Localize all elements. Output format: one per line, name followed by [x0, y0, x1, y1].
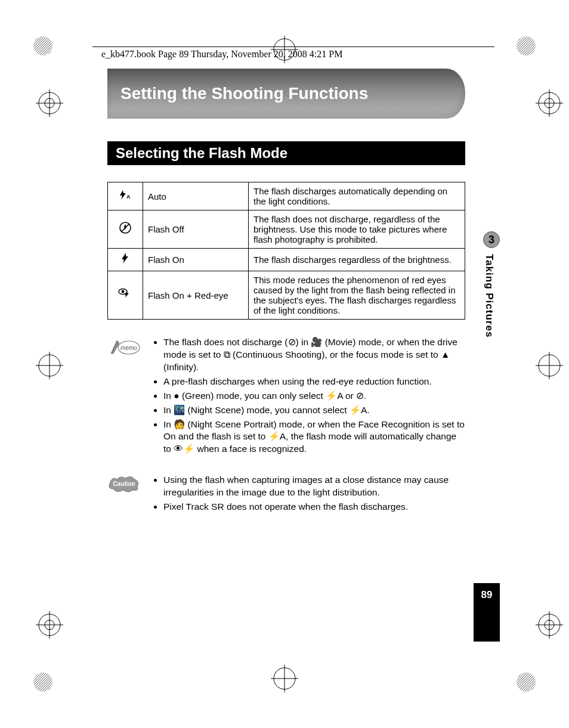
flash-redeye-icon	[108, 271, 143, 320]
page-number: 89	[474, 583, 500, 642]
flash-mode-table: A Auto The flash discharges automaticall…	[107, 182, 465, 320]
chapter-heading: Setting the Shooting Functions	[107, 69, 465, 119]
mode-name: Flash On	[143, 249, 249, 271]
register-mark-icon	[271, 665, 298, 692]
svg-point-36	[122, 290, 125, 293]
svg-point-0	[33, 36, 52, 55]
chapter-title: Setting the Shooting Functions	[120, 84, 368, 103]
header-rule	[92, 47, 494, 47]
section-title: Selecting the Flash Mode	[116, 145, 287, 161]
svg-text:memo: memo	[120, 345, 137, 351]
table-row: A Auto The flash discharges automaticall…	[108, 182, 465, 210]
table-row: Flash On + Red-eye This mode reduces the…	[108, 271, 465, 320]
mode-name: Auto	[143, 182, 249, 210]
memo-icon: memo	[107, 336, 141, 355]
flash-off-icon	[108, 210, 143, 249]
list-item: A pre-flash discharges when using the re…	[163, 376, 465, 388]
side-tab-label: Taking Pictures	[483, 254, 495, 337]
register-mark-icon	[536, 611, 563, 639]
register-mark-icon	[536, 89, 563, 117]
flash-auto-icon: A	[108, 182, 143, 210]
list-item: The flash does not discharge (⊘) in 🎥 (M…	[163, 336, 465, 374]
list-item: In 🌃 (Night Scene) mode, you cannot sele…	[163, 404, 465, 417]
flash-on-icon	[108, 249, 143, 271]
register-mark-icon	[536, 352, 563, 379]
list-item: In 🧑 (Night Scene Portrait) mode, or whe…	[163, 419, 465, 456]
section-heading: Selecting the Flash Mode	[107, 141, 465, 165]
memo-list: The flash does not discharge (⊘) in 🎥 (M…	[151, 336, 465, 457]
list-item: Using the flash when capturing images at…	[163, 474, 465, 499]
mode-name: Flash Off	[143, 210, 249, 249]
register-mark-icon	[36, 89, 63, 117]
mode-desc: This mode reduces the phenomenon of red …	[249, 271, 465, 320]
svg-point-3	[517, 673, 536, 692]
caution-list: Using the flash when capturing images at…	[151, 474, 465, 515]
svg-point-1	[517, 36, 536, 55]
crop-mark-icon	[33, 672, 53, 692]
mode-desc: The flash does not discharge, regardless…	[249, 210, 465, 249]
side-tab: 3 Taking Pictures	[483, 231, 500, 337]
crop-mark-icon	[516, 36, 536, 56]
crop-mark-icon	[516, 672, 536, 692]
running-header: e_kb477.book Page 89 Thursday, November …	[101, 49, 342, 60]
svg-text:A: A	[126, 194, 131, 200]
table-row: Flash On The flash discharges regardless…	[108, 249, 465, 271]
mode-desc: The flash discharges automatically depen…	[249, 182, 465, 210]
svg-point-2	[33, 673, 52, 692]
mode-name: Flash On + Red-eye	[143, 271, 249, 320]
list-item: In ● (Green) mode, you can only select ⚡…	[163, 390, 465, 402]
register-mark-icon	[36, 352, 63, 379]
list-item: Pixel Track SR does not operate when the…	[163, 501, 465, 513]
crop-mark-icon	[33, 36, 53, 56]
svg-text:Caution: Caution	[113, 481, 135, 487]
mode-desc: The flash discharges regardless of the b…	[249, 249, 465, 271]
caution-icon: Caution	[107, 474, 141, 493]
table-row: Flash Off The flash does not discharge, …	[108, 210, 465, 249]
register-mark-icon	[36, 611, 63, 639]
chapter-number-badge: 3	[483, 231, 500, 248]
